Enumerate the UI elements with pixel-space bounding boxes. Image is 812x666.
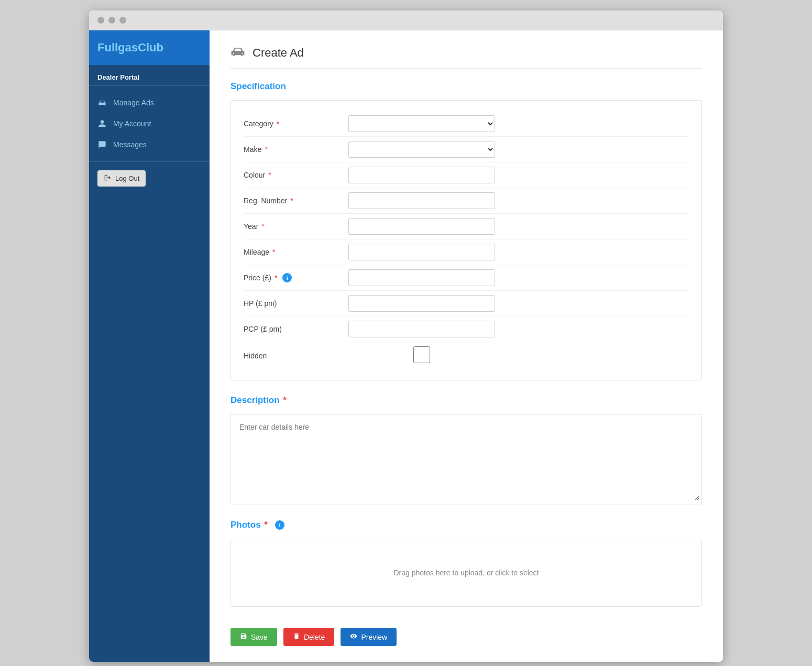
sidebar-divider [89,85,210,86]
label-mileage: Mileage * [244,248,348,256]
chat-icon [97,140,107,149]
logo-club: Club [138,41,163,54]
photos-section: Photos * i Drag photos here to upload, o… [231,520,702,607]
specification-form-card: Category * Make * [231,100,702,380]
required-star-mileage: * [272,248,275,256]
sidebar-portal-label: Dealer Portal [89,65,210,85]
browser-dot-minimize [108,17,115,24]
user-icon [97,119,107,128]
select-category[interactable] [348,115,495,132]
logout-button[interactable]: Log Out [97,170,146,187]
required-star-make: * [265,145,267,154]
input-price[interactable] [348,269,495,286]
label-pcp: PCP (£ pm) [244,325,348,333]
browser-toolbar [89,10,723,30]
save-button[interactable]: Save [231,628,277,646]
control-category [348,115,495,132]
sidebar-item-label-messages: Messages [113,140,147,149]
photos-heading-row: Photos * i [231,520,702,530]
car-icon [97,98,107,107]
preview-button[interactable]: Preview [341,628,397,646]
label-hp: HP (£ pm) [244,299,348,308]
control-price [348,269,495,286]
form-row-reg-number: Reg. Number * [244,188,689,214]
main-content: Create Ad Specification Category * [210,30,723,662]
save-label: Save [251,633,268,641]
photos-dropzone[interactable]: Drag photos here to upload, or click to … [231,539,702,607]
page-header-car-icon [231,47,245,59]
action-buttons: Save Delete Previe [231,624,702,646]
page-title: Create Ad [253,46,304,60]
required-star-photos: * [264,520,268,530]
sidebar-logout: Log Out [89,166,210,191]
dropzone-text: Drag photos here to upload, or click to … [393,569,539,577]
description-card [231,414,702,505]
delete-button[interactable]: Delete [283,628,334,646]
description-textarea[interactable] [233,417,699,500]
app-layout: FullgasClub Dealer Portal Manage Ads [89,30,723,662]
input-reg-number[interactable] [348,192,495,209]
sidebar-nav: Manage Ads My Account [89,90,210,157]
control-hidden [348,346,495,365]
form-row-hidden: Hidden [244,342,689,369]
form-row-category: Category * [244,111,689,137]
browser-dot-maximize [119,17,126,24]
description-section: Description * [231,395,702,505]
control-hp [348,295,495,312]
input-hp[interactable] [348,295,495,312]
browser-dot-close [97,17,104,24]
label-make: Make * [244,145,348,154]
form-row-pcp: PCP (£ pm) [244,316,689,342]
label-hidden: Hidden [244,352,348,360]
form-row-year: Year * [244,214,689,239]
form-row-price: Price (£) * i [244,265,689,291]
preview-icon [350,632,357,641]
logout-label: Log Out [115,174,139,182]
photos-info-icon[interactable]: i [275,520,284,530]
label-year: Year * [244,222,348,231]
form-row-hp: HP (£ pm) [244,291,689,316]
required-star-colour: * [268,171,271,179]
input-mileage[interactable] [348,244,495,260]
required-star-description: * [283,395,287,405]
save-icon [240,632,247,641]
label-price: Price (£) * i [244,273,348,282]
label-category: Category * [244,119,348,128]
sidebar-item-label-manage-ads: Manage Ads [113,99,154,107]
form-row-mileage: Mileage * [244,239,689,265]
specification-heading: Specification [231,81,702,92]
description-heading: Description * [231,395,702,406]
label-reg-number: Reg. Number * [244,196,348,205]
sidebar-item-label-my-account: My Account [113,119,151,128]
input-pcp[interactable] [348,321,495,337]
form-row-make: Make * [244,137,689,162]
specification-section: Specification Category * [231,81,702,380]
required-star-price: * [275,274,277,282]
page-header: Create Ad [231,46,702,69]
control-make [348,141,495,158]
sidebar-item-manage-ads[interactable]: Manage Ads [89,92,210,113]
logo-fullgas: Fullgas [97,41,138,54]
checkbox-hidden[interactable] [348,346,495,363]
required-star-reg-number: * [290,196,293,205]
photos-heading: Photos * [231,520,268,530]
required-star-year: * [261,222,264,231]
sidebar-item-messages[interactable]: Messages [89,134,210,155]
input-colour[interactable] [348,167,495,183]
input-year[interactable] [348,218,495,235]
control-mileage [348,244,495,260]
browser-window: FullgasClub Dealer Portal Manage Ads [89,10,723,662]
label-colour: Colour * [244,171,348,179]
sidebar-divider2 [89,161,210,162]
form-row-colour: Colour * [244,162,689,188]
logo-text: FullgasClub [97,41,163,54]
delete-icon [293,632,300,641]
control-reg-number [348,192,495,209]
control-pcp [348,321,495,337]
delete-label: Delete [304,633,325,641]
preview-label: Preview [361,633,387,641]
sidebar-item-my-account[interactable]: My Account [89,113,210,134]
price-info-icon[interactable]: i [282,273,292,282]
select-make[interactable] [348,141,495,158]
sidebar-logo: FullgasClub [89,30,210,65]
